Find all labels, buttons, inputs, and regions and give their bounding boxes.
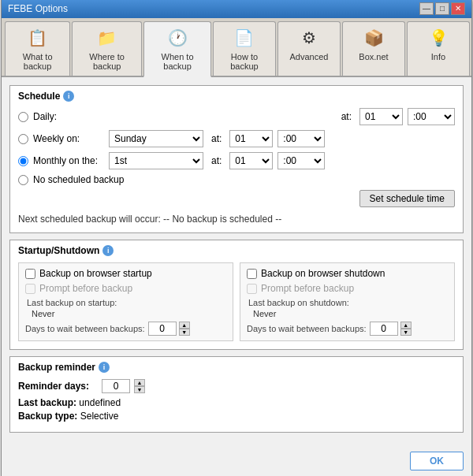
monthly-row: Monthly on the: 1st2nd3rd4th5th at: 0102…	[18, 152, 455, 169]
maximize-button[interactable]: □	[435, 2, 449, 15]
shutdown-days-input[interactable]	[370, 322, 398, 336]
startup-days-up[interactable]: ▲	[179, 322, 190, 329]
how-icon: 📄	[232, 25, 257, 50]
minimize-button[interactable]: —	[419, 2, 434, 15]
shutdown-days-up[interactable]: ▲	[400, 322, 412, 329]
reminder-backup-type-value: Selective	[80, 411, 119, 422]
startup-days-arrows: ▲ ▼	[179, 322, 190, 336]
startup-days-input[interactable]	[148, 322, 177, 336]
tab-what[interactable]: 📋 What to backup	[5, 21, 70, 76]
tab-bar: 📋 What to backup 📁 Where to backup 🕐 Whe…	[2, 18, 471, 77]
startup-info-icon[interactable]: i	[102, 245, 114, 256]
shutdown-days-down[interactable]: ▼	[400, 329, 412, 336]
what-icon: 📋	[25, 25, 50, 50]
startup-backup-checkbox[interactable]	[25, 269, 35, 279]
startup-shutdown-title: Startup/Shutdown i	[18, 245, 455, 256]
shutdown-days-arrows: ▲ ▼	[400, 322, 412, 336]
shutdown-column: Backup on browser shutdown Prompt before…	[240, 262, 455, 341]
tab-info-label: Info	[431, 52, 445, 61]
no-schedule-label: No scheduled backup	[33, 174, 124, 185]
tab-where-label: Where to backup	[79, 52, 135, 71]
reminder-backup-type-row: Backup type: Selective	[18, 411, 455, 422]
daily-hour-select[interactable]: 010203	[359, 108, 403, 125]
set-schedule-button[interactable]: Set schedule time	[359, 190, 455, 207]
window-title: FEBE Options	[8, 3, 68, 14]
monthly-label: Monthly on the:	[33, 155, 104, 166]
shutdown-prompt-row: Prompt before backup	[247, 283, 448, 294]
main-window: FEBE Options — □ ✕ 📋 What to backup 📁 Wh…	[1, 0, 472, 476]
startup-backup-label: Backup on browser startup	[39, 268, 152, 279]
when-icon: 🕐	[165, 25, 190, 50]
daily-label: Daily:	[33, 111, 104, 122]
startup-last-backup-label: Last backup on startup:	[27, 298, 226, 307]
schedule-section: Schedule i Daily: at: 010203 :00:05:10 W…	[9, 85, 464, 233]
weekly-at-label: at:	[211, 133, 222, 144]
tab-how-label: How to backup	[220, 52, 269, 71]
shutdown-backup-row: Backup on browser shutdown	[247, 268, 448, 279]
startup-days-down[interactable]: ▼	[179, 329, 190, 336]
startup-backup-row: Backup on browser startup	[25, 268, 226, 279]
daily-at-label: at:	[341, 111, 352, 122]
tab-where[interactable]: 📁 Where to backup	[72, 21, 142, 76]
tab-info[interactable]: 💡 Info	[407, 21, 470, 76]
title-bar: FEBE Options — □ ✕	[2, 0, 471, 18]
reminder-last-backup-label: Last backup:	[18, 397, 76, 408]
reminder-last-backup-value: undefined	[79, 397, 121, 408]
schedule-title: Schedule i	[18, 91, 455, 102]
startup-last-backup-value: Never	[32, 309, 226, 318]
tab-what-label: What to backup	[12, 52, 63, 71]
monthly-hour-select[interactable]: 0102	[229, 152, 273, 169]
ok-button[interactable]: OK	[410, 452, 464, 470]
startup-prompt-checkbox[interactable]	[25, 284, 35, 294]
tab-boxnet[interactable]: 📦 Box.net	[342, 21, 405, 76]
info-icon: 💡	[426, 25, 451, 50]
startup-column: Backup on browser startup Prompt before …	[18, 262, 233, 341]
reminder-days-down[interactable]: ▼	[134, 386, 145, 393]
monthly-radio[interactable]	[18, 156, 28, 166]
weekly-row: Weekly on: SundayMondayTuesday Wednesday…	[18, 130, 455, 147]
close-button[interactable]: ✕	[451, 2, 465, 15]
footer: OK	[2, 447, 471, 476]
no-schedule-row: No scheduled backup	[18, 174, 455, 185]
shutdown-last-backup-value: Never	[253, 309, 448, 318]
daily-radio[interactable]	[18, 112, 28, 122]
startup-shutdown-section: Startup/Shutdown i Backup on browser sta…	[9, 240, 464, 350]
weekly-day-select[interactable]: SundayMondayTuesday WednesdayThursdayFri…	[109, 130, 203, 147]
weekly-label: Weekly on:	[33, 133, 104, 144]
monthly-day-select[interactable]: 1st2nd3rd4th5th	[109, 152, 203, 169]
reminder-days-input[interactable]	[102, 379, 130, 393]
shutdown-prompt-checkbox[interactable]	[247, 284, 257, 294]
tab-advanced[interactable]: ⚙ Advanced	[277, 21, 341, 76]
tab-when-label: When to backup	[151, 52, 204, 71]
weekly-radio[interactable]	[18, 134, 28, 144]
reminder-last-backup-row: Last backup: undefined	[18, 397, 455, 408]
shutdown-days-row: Days to wait between backups: ▲ ▼	[247, 322, 448, 336]
boxnet-icon: 📦	[361, 25, 386, 50]
shutdown-days-label: Days to wait between backups:	[247, 324, 367, 333]
schedule-info-icon[interactable]: i	[63, 91, 74, 102]
tab-boxnet-label: Box.net	[359, 52, 388, 61]
reminder-title: Backup reminder i	[18, 362, 455, 373]
tab-when[interactable]: 🕐 When to backup	[143, 21, 211, 77]
startup-days-label: Days to wait between backups:	[25, 324, 145, 333]
no-schedule-radio[interactable]	[18, 175, 28, 185]
startup-days-row: Days to wait between backups: ▲ ▼	[25, 322, 226, 336]
startup-grid: Backup on browser startup Prompt before …	[18, 262, 455, 341]
tab-advanced-label: Advanced	[290, 52, 329, 61]
shutdown-backup-checkbox[interactable]	[247, 269, 257, 279]
reminder-days-label: Reminder days:	[18, 381, 97, 392]
startup-prompt-row: Prompt before backup	[25, 283, 226, 294]
shutdown-backup-label: Backup on browser shutdown	[261, 268, 385, 279]
tab-content: Schedule i Daily: at: 010203 :00:05:10 W…	[2, 77, 471, 447]
tab-how[interactable]: 📄 How to backup	[213, 21, 276, 76]
shutdown-prompt-label: Prompt before backup	[261, 283, 354, 294]
reminder-days-arrows: ▲ ▼	[134, 379, 145, 393]
daily-min-select[interactable]: :00:05:10	[408, 108, 455, 125]
reminder-info-icon[interactable]: i	[99, 362, 110, 373]
reminder-section: Backup reminder i Reminder days: ▲ ▼ Las…	[9, 356, 464, 433]
daily-row: Daily: at: 010203 :00:05:10	[18, 108, 455, 125]
monthly-min-select[interactable]: :00:05	[277, 152, 325, 169]
weekly-min-select[interactable]: :00:05	[277, 130, 325, 147]
weekly-hour-select[interactable]: 0102	[229, 130, 273, 147]
reminder-days-up[interactable]: ▲	[134, 379, 145, 386]
